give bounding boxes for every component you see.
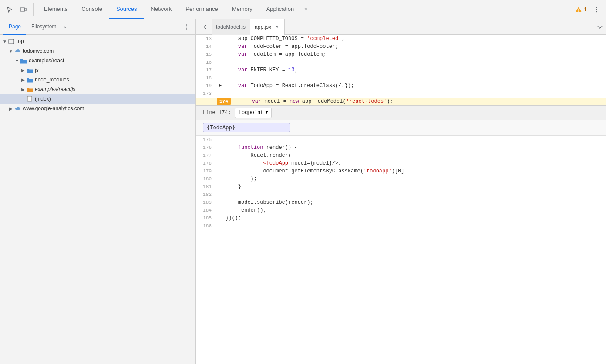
warning-badge[interactable]: ! 1 bbox=[575, 6, 587, 13]
tab-performance[interactable]: Performance bbox=[178, 0, 225, 19]
code-line-180[interactable]: 180 ); bbox=[196, 175, 606, 183]
tree-label-examples-react: examples/react bbox=[29, 57, 64, 64]
code-line-177[interactable]: 177 React.render( bbox=[196, 152, 606, 159]
tab-appjsx-close[interactable]: ✕ bbox=[274, 24, 280, 30]
chevron-down-icon: ▼ bbox=[265, 109, 268, 117]
line-content-184: render(); bbox=[224, 206, 606, 214]
line-number-179: 179 bbox=[196, 167, 217, 175]
code-line-185[interactable]: 185})(); bbox=[196, 214, 606, 222]
tree-label-top: top bbox=[17, 38, 24, 44]
tab-more[interactable]: » bbox=[301, 0, 311, 19]
svg-point-8 bbox=[186, 26, 187, 27]
cursor-icon[interactable] bbox=[3, 3, 16, 16]
line-number-180: 180 bbox=[196, 175, 217, 183]
tree-item-examples-react[interactable]: ▼ examples/react bbox=[0, 56, 195, 65]
frame-icon bbox=[8, 38, 15, 45]
left-tabs-more[interactable]: » bbox=[63, 24, 66, 30]
tab-sources[interactable]: Sources bbox=[109, 0, 144, 19]
tab-console[interactable]: Console bbox=[74, 0, 109, 19]
logpoint-input-row bbox=[196, 120, 606, 135]
line-number-177: 177 bbox=[196, 152, 217, 159]
line-arrow-14 bbox=[217, 43, 224, 51]
tab-elements[interactable]: Elements bbox=[37, 0, 74, 19]
code-line-14[interactable]: 14 var TodoFooter = app.TodoFooter; bbox=[196, 43, 606, 51]
code-line-183[interactable]: 183 model.subscribe(render); bbox=[196, 199, 606, 206]
left-tab-menu-icon[interactable] bbox=[182, 22, 192, 32]
tree-item-todomvc[interactable]: ▼ todomvc.com bbox=[0, 46, 195, 56]
line-content-185: })(); bbox=[224, 214, 606, 222]
line-content-183: model.subscribe(render); bbox=[224, 199, 606, 206]
line-arrow-185 bbox=[217, 214, 224, 222]
tree-item-js[interactable]: ▶ js bbox=[0, 65, 195, 75]
device-icon[interactable] bbox=[17, 3, 30, 16]
line-number-185: 185 bbox=[196, 214, 217, 222]
line-number-18: 18 bbox=[196, 74, 217, 82]
line-content-17: var ENTER_KEY = 13; bbox=[224, 66, 606, 74]
line-number-174 bbox=[196, 98, 217, 105]
breakpoint-badge-174[interactable]: 174 bbox=[217, 98, 231, 105]
code-line-179[interactable]: 179 document.getElementsByClassName('tod… bbox=[196, 167, 606, 175]
arrow-examples-react-js: ▶ bbox=[20, 86, 26, 92]
line-number-13: 13 bbox=[196, 35, 217, 43]
line-arrow-181 bbox=[217, 183, 224, 191]
arrow-google-analytics: ▶ bbox=[8, 105, 14, 111]
cloud-icon-todomvc bbox=[14, 47, 21, 54]
code-line-178[interactable]: 178 <TodoApp model={model}/>, bbox=[196, 159, 606, 167]
tab-filesystem[interactable]: Filesystem bbox=[26, 19, 61, 35]
left-tabs: Page Filesystem » bbox=[0, 19, 195, 35]
line-number-14: 14 bbox=[196, 43, 217, 51]
code-line-175[interactable]: 175 bbox=[196, 135, 606, 144]
tree-item-google-analytics[interactable]: ▶ www.google-analytics.com bbox=[0, 104, 195, 113]
tab-appjsx[interactable]: app.jsx ✕ bbox=[250, 19, 285, 35]
tab-page[interactable]: Page bbox=[3, 19, 26, 35]
file-icon-index bbox=[26, 95, 33, 102]
tree-item-top[interactable]: ▼ top bbox=[0, 37, 195, 46]
folder-icon-node-modules bbox=[26, 76, 33, 83]
code-line-13[interactable]: 13 app.COMPLETED_TODOS = 'completed'; bbox=[196, 35, 606, 43]
code-line-181[interactable]: 181 } bbox=[196, 183, 606, 191]
arrow-todomvc: ▼ bbox=[8, 48, 14, 54]
code-line-17[interactable]: 17 var ENTER_KEY = 13; bbox=[196, 66, 606, 74]
svg-rect-10 bbox=[9, 39, 14, 44]
line-content-173 bbox=[224, 90, 606, 98]
code-line-186[interactable]: 186 bbox=[196, 222, 606, 230]
line-content-13: app.COMPLETED_TODOS = 'completed'; bbox=[224, 35, 606, 43]
code-line-19[interactable]: 19▶ var TodoApp = React.createClass({…})… bbox=[196, 82, 606, 90]
code-line-18[interactable]: 18 bbox=[196, 74, 606, 82]
line-content-174: var model = new app.TodoModel('react-tod… bbox=[238, 98, 606, 105]
svg-rect-0 bbox=[21, 7, 24, 12]
code-line-182[interactable]: 182 bbox=[196, 191, 606, 199]
tab-network[interactable]: Network bbox=[144, 0, 179, 19]
tree-item-index[interactable]: (index) bbox=[0, 94, 195, 104]
code-line-174[interactable]: 174 var model = new app.TodoModel('react… bbox=[196, 98, 606, 105]
tree-item-node-modules[interactable]: ▶ node_modules bbox=[0, 75, 195, 84]
warning-count: 1 bbox=[584, 6, 587, 13]
tab-application[interactable]: Application bbox=[259, 0, 301, 19]
tab-todomodel[interactable]: todoModel.js bbox=[212, 19, 250, 35]
svg-point-7 bbox=[186, 24, 187, 25]
code-line-176[interactable]: 176 function render() { bbox=[196, 144, 606, 152]
editor-collapse-button[interactable] bbox=[594, 21, 606, 33]
logpoint-type-dropdown[interactable]: Logpoint▼ bbox=[235, 108, 272, 118]
code-line-16[interactable]: 16 bbox=[196, 58, 606, 66]
logpoint-input[interactable] bbox=[203, 123, 290, 132]
svg-rect-11 bbox=[27, 96, 32, 101]
code-line-173[interactable]: 173 bbox=[196, 90, 606, 98]
line-content-182 bbox=[224, 191, 606, 199]
code-editor[interactable]: 13 app.COMPLETED_TODOS = 'completed';14 … bbox=[196, 35, 606, 364]
editor-tab-nav-back[interactable] bbox=[199, 21, 212, 33]
line-number-182: 182 bbox=[196, 191, 217, 199]
tab-memory[interactable]: Memory bbox=[225, 0, 259, 19]
more-options-button[interactable] bbox=[590, 3, 603, 16]
tree-label-examples-react-js: examples/react/js bbox=[35, 86, 75, 92]
code-line-15[interactable]: 15 var TodoItem = app.TodoItem; bbox=[196, 51, 606, 58]
line-number-178: 178 bbox=[196, 159, 217, 167]
folder-icon-examples-react bbox=[20, 57, 27, 64]
line-arrow-176 bbox=[217, 144, 224, 152]
line-arrow-15 bbox=[217, 51, 224, 58]
tree-item-examples-react-js[interactable]: ▶ examples/react/js bbox=[0, 84, 195, 94]
line-number-173: 173 bbox=[196, 90, 217, 98]
line-number-186: 186 bbox=[196, 222, 217, 230]
code-line-184[interactable]: 184 render(); bbox=[196, 206, 606, 214]
line-content-180: ); bbox=[224, 175, 606, 183]
